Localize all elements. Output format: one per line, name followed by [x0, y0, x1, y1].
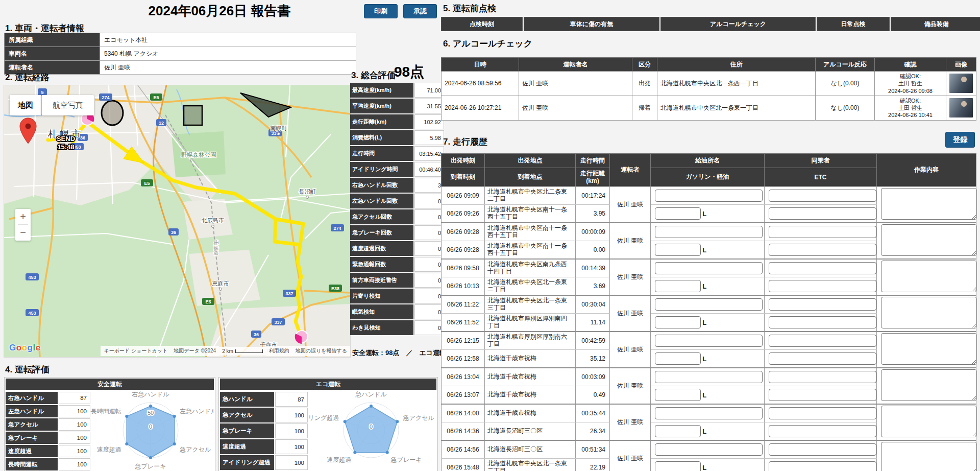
eval-label: 急ハンドル: [220, 392, 274, 407]
map-type-button[interactable]: 地図: [10, 95, 41, 115]
eval-label: 速度超過: [6, 445, 58, 457]
info-value: 5340 札幌 アクシオ: [100, 47, 356, 61]
etc-input[interactable]: [769, 425, 876, 437]
fuel-amount-input[interactable]: [655, 244, 701, 256]
liter-label: L: [702, 391, 706, 399]
city-label-kitahiroshima: 北広島市: [201, 217, 224, 223]
report-error-link[interactable]: 地図の誤りを報告する: [292, 346, 350, 356]
fuel-station-input[interactable]: [655, 407, 763, 419]
liter-label: L: [702, 355, 706, 363]
section5-heading: 5. 運転前点検: [443, 3, 496, 14]
fuel-station-input[interactable]: [655, 443, 763, 456]
check-type: 出発: [632, 72, 657, 96]
register-button[interactable]: 登録: [945, 132, 975, 148]
fuel-station-input[interactable]: [655, 190, 763, 202]
check-datetime: 2024-06-26 08:59:56: [442, 72, 519, 96]
passenger-input[interactable]: [769, 371, 876, 383]
work-textarea[interactable]: [881, 442, 977, 471]
zoom-in-button[interactable]: +: [15, 209, 31, 224]
safe-driving-panel: 安全運転 右急ハンドル87 左急ハンドル100 急アクセル100 急ブレーキ10…: [4, 377, 215, 471]
passenger-input[interactable]: [769, 335, 876, 347]
rail-label-chitose-line: 千歳線: [213, 240, 219, 255]
fuel-amount-input[interactable]: [655, 316, 701, 328]
fuel-station-input[interactable]: [655, 371, 763, 383]
print-button[interactable]: 印刷: [364, 4, 398, 18]
svg-text:5: 5: [41, 90, 43, 95]
stat-label: 片寄り検知: [350, 289, 413, 303]
eco-driving-table: 急ハンドル87 急アクセル100 急ブレーキ100 速度超過100 アイドリング…: [219, 391, 309, 471]
svg-text:E5: E5: [205, 299, 211, 304]
section4-heading: 4. 運転評価: [5, 364, 50, 375]
fuel-station-input[interactable]: [655, 226, 763, 238]
work-textarea[interactable]: [881, 188, 977, 220]
etc-input[interactable]: [769, 461, 876, 471]
city-label-eniwa: 恵庭市: [212, 280, 229, 287]
fuel-station-input[interactable]: [655, 335, 763, 347]
driver: 佐川 亜咲: [610, 332, 651, 368]
work-textarea[interactable]: [881, 369, 977, 401]
etc-input[interactable]: [769, 244, 876, 256]
column-header: 住所: [657, 58, 816, 72]
dep-place: 北海道長沼町三〇区: [485, 440, 576, 458]
passenger-input[interactable]: [769, 443, 876, 456]
check-photo-cell: [946, 72, 976, 96]
duration: 00:03:09: [576, 368, 610, 386]
stat-label: 緊急通報回数: [350, 257, 413, 272]
stat-value: 0: [414, 209, 444, 224]
fuel-station-input[interactable]: [655, 298, 763, 311]
fuel-amount-input[interactable]: [655, 280, 701, 292]
passenger-input[interactable]: [769, 407, 876, 419]
stat-value: 0: [414, 304, 444, 319]
etc-input[interactable]: [769, 280, 876, 292]
fuel-amount-input[interactable]: [655, 461, 701, 471]
work-textarea[interactable]: [881, 261, 977, 292]
total-score: 98点: [394, 62, 424, 82]
work-textarea[interactable]: [881, 297, 977, 328]
zoom-out-button[interactable]: −: [15, 225, 31, 240]
confirmation: 確認OK:土田 哲生2024-06-26 09:08: [875, 72, 946, 96]
eval-value: 100: [275, 455, 308, 470]
fuel-station-input[interactable]: [655, 262, 763, 274]
etc-input[interactable]: [769, 207, 876, 220]
passenger-input[interactable]: [769, 226, 876, 238]
alcohol-check-row: 2024-06-26 10:27:21 佐川 亜咲 帰着 北海道札幌市中央区北一…: [442, 96, 976, 120]
svg-text:337: 337: [285, 291, 293, 296]
satellite-type-button[interactable]: 航空写真: [42, 95, 94, 115]
svg-text:速度超過: 速度超過: [327, 456, 351, 463]
passenger-input[interactable]: [769, 298, 876, 311]
passenger-input[interactable]: [769, 262, 876, 274]
eval-value: 100: [59, 458, 90, 470]
fuel-amount-input[interactable]: [655, 389, 701, 401]
section2-heading: 2. 運転経路: [5, 72, 50, 83]
column-header: ETC: [765, 168, 877, 187]
etc-input[interactable]: [769, 352, 876, 365]
duration: 00:35:44: [576, 404, 610, 422]
eco-driving-panel: エコ運転 急ハンドル87 急アクセル100 急ブレーキ100 速度超過100 ア…: [218, 377, 438, 471]
work-textarea[interactable]: [881, 224, 977, 256]
keyboard-shortcuts-link[interactable]: キーボード ショートカット: [101, 346, 170, 356]
confirmation: 確認OK:土田 哲生2024-06-26 10:41: [875, 96, 946, 120]
column-header: ガソリン・軽油: [651, 168, 765, 187]
work-textarea[interactable]: [881, 333, 977, 365]
fuel-amount-input[interactable]: [655, 352, 701, 365]
route-map[interactable]: 5 274 E5 12 36 453 337 E5 36 274 453 453…: [4, 85, 351, 358]
passenger-input[interactable]: [769, 190, 876, 202]
etc-input[interactable]: [769, 389, 876, 401]
info-label: 車両名: [5, 47, 100, 61]
driver-photo[interactable]: [949, 74, 973, 93]
etc-input[interactable]: [769, 316, 876, 328]
svg-text:50: 50: [148, 410, 154, 416]
dep-place: 北海道札幌市中央区南九条西十四丁目: [485, 259, 576, 277]
safe-driving-radar-chart: 右急ハンドル左急ハンドル急アクセル急ブレーキ速度超過長時間運転500: [88, 390, 214, 471]
dep-time: 06/26 09:09: [442, 186, 485, 205]
svg-text:337: 337: [274, 320, 282, 325]
driver-photo[interactable]: [949, 98, 973, 117]
fuel-amount-input[interactable]: [655, 207, 701, 220]
duration: 00:14:39: [576, 259, 610, 277]
driver: 佐川 亜咲: [610, 404, 651, 440]
work-textarea[interactable]: [881, 406, 977, 437]
approve-button[interactable]: 承認: [403, 4, 437, 18]
terms-link[interactable]: 利用規約: [266, 346, 292, 356]
trip-row: 06/26 14:56 北海道長沼町三〇区 00:51:34 佐川 亜咲: [442, 440, 976, 458]
fuel-amount-input[interactable]: [655, 425, 701, 437]
